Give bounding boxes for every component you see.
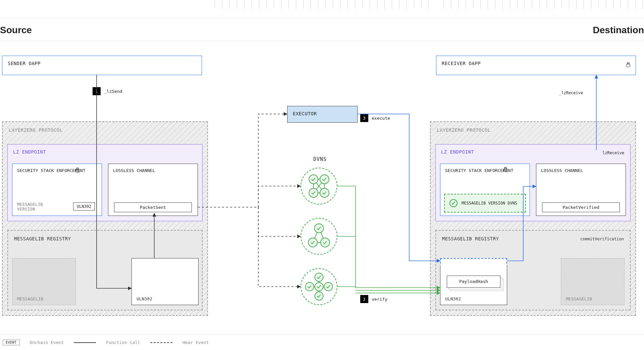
step-2: 2 verify (360, 295, 387, 303)
packet-verified-pill: PacketVerified (542, 202, 620, 212)
source-uln302-label: ULN302 (137, 296, 152, 301)
legend: EVENT Onchain Event Function Call Hear E… (0, 335, 644, 350)
svg-point-7 (320, 175, 329, 184)
destination-heading: Destination (593, 25, 644, 36)
source-uln302-box: ULN302 (131, 258, 199, 305)
legend-onchain-event: Onchain Event (30, 340, 64, 345)
sender-oapp-label: SENDER OAPP (2, 56, 202, 71)
messagelib-version-dvns-label: MESSAGELIB VERSION DVNS (462, 201, 517, 206)
divider (0, 41, 644, 41)
lz-receive-arrow-label: _lzReceive (559, 91, 583, 95)
step-1-label: _lzSend (104, 89, 122, 94)
uln302-tag: ULN302 (73, 202, 95, 211)
commit-verification-label: commitVerification (580, 237, 624, 241)
lz-receive-header: lzReceive (602, 151, 624, 155)
dest-security-title: SECURITY STACK ENFORCEMENT (445, 168, 525, 173)
source-registry-title: MESSAGELIB REGISTRY (8, 231, 202, 247)
lossless-channel-label: LOSSLESS CHANNEL (113, 168, 193, 173)
dest-messagelib-box: MESSAGELIB (561, 258, 625, 305)
source-protocol-label: LAYERZERO PROTOCOL (3, 122, 207, 138)
svg-point-15 (321, 238, 330, 247)
svg-point-22 (315, 282, 323, 291)
messagelib-version-dvns: MESSAGELIB VERSION DVNS (444, 194, 526, 213)
svg-point-9 (320, 188, 329, 197)
packet-sent-pill: PacketSent (114, 202, 192, 212)
dest-endpoint-label: LZ ENDPOINT (436, 144, 630, 159)
dest-messagelib-label: MESSAGELIB (566, 296, 592, 301)
step-2-label: verify (372, 297, 387, 302)
dvn-node (301, 268, 337, 305)
svg-point-20 (306, 282, 314, 291)
dest-uln302-label: ULN302 (445, 296, 461, 301)
receiver-oapp-box: RECEIVER OAPP (436, 56, 636, 75)
lock-icon (75, 167, 80, 173)
lock-icon (192, 62, 197, 67)
security-stack-title: SECURITY STACK ENFORCEMENT (17, 168, 97, 173)
ruler-ticks (215, 0, 644, 9)
dvn-node (301, 218, 337, 255)
svg-point-19 (315, 292, 323, 300)
check-icon (449, 199, 458, 207)
divider (0, 18, 644, 18)
lock-icon (626, 62, 631, 67)
dest-protocol-label: LAYERZERO PROTOCOL (431, 122, 635, 138)
receiver-oapp-label: RECEIVER OAPP (436, 56, 636, 71)
legend-dashed-line (150, 342, 172, 343)
svg-point-8 (309, 188, 318, 197)
source-heading: Source (0, 25, 32, 36)
dest-lossless-label: LOSSLESS CHANNEL (541, 168, 621, 173)
executor-label: EXECUTOR (287, 106, 357, 121)
legend-function-call: Function Call (106, 340, 140, 345)
source-endpoint-label: LZ ENDPOINT (8, 144, 202, 159)
diagram-canvas: Source Destination SENDER OAPP 1 _lzSend… (0, 0, 644, 350)
svg-point-6 (309, 175, 318, 184)
step-3: 3 execute (360, 114, 390, 122)
lock-icon (503, 167, 508, 172)
dvn-node (301, 168, 337, 205)
messagelib-version-label: MESSAGELIB VERSION (17, 202, 51, 212)
svg-point-13 (315, 224, 324, 233)
svg-point-14 (308, 238, 317, 247)
step-3-label: execute (372, 116, 390, 121)
step-2-badge: 2 (360, 295, 368, 303)
step-1: 1 _lzSend (93, 87, 122, 95)
step-1-badge: 1 (93, 87, 101, 95)
payload-hash-label: PayloadHash (447, 276, 500, 288)
legend-hear-event: Hear Event (182, 340, 209, 345)
svg-point-21 (324, 282, 332, 291)
legend-event-tag: EVENT (3, 340, 20, 345)
sender-oapp-box: SENDER OAPP (2, 56, 202, 75)
step-3-badge: 3 (360, 114, 368, 122)
source-messagelib-label: MESSAGELIB (17, 296, 43, 301)
source-messagelib-box: MESSAGELIB (12, 258, 76, 305)
svg-point-18 (315, 273, 323, 282)
dvns-heading: DVNS (313, 156, 327, 162)
executor-box: EXECUTOR (287, 106, 358, 123)
legend-solid-line (74, 342, 96, 343)
